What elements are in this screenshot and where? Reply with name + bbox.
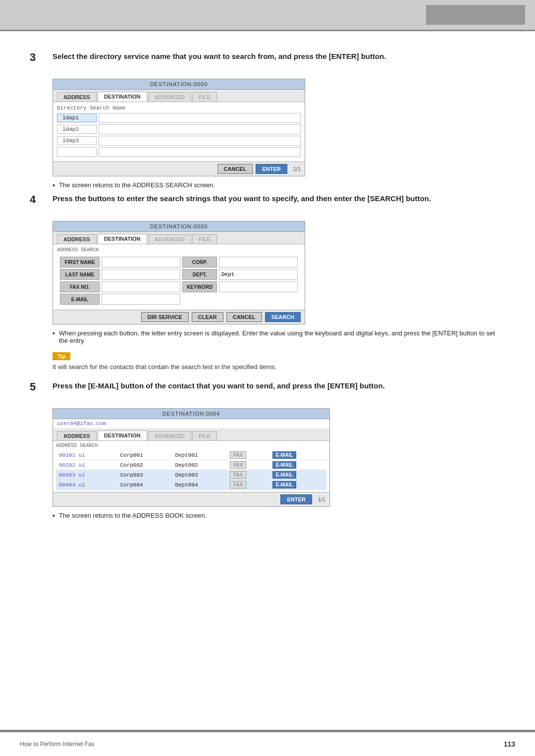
step3: 3 Select the directory service name that… — [30, 51, 505, 64]
step3-dir-row-3: ldap3 — [57, 136, 301, 146]
tab-address-s3[interactable]: ADDRESS — [57, 92, 97, 102]
email-right-empty — [182, 294, 217, 305]
result-fax-1[interactable]: FAX — [230, 451, 246, 459]
clear-button[interactable]: CLEAR — [192, 312, 223, 322]
step5-panel-title: DESTINATION:0004 — [53, 409, 329, 419]
first-name-input[interactable] — [102, 257, 180, 268]
email-right-input-empty — [219, 294, 298, 305]
email-button[interactable]: E-MAIL — [60, 294, 100, 305]
corp-button[interactable]: CORP. — [182, 257, 217, 268]
table-row: 00404 ui Corp004 Dept004 FAX E-MAIL — [56, 480, 326, 490]
tab-destination-s5[interactable]: DESTINATION — [98, 431, 147, 440]
step5-panel-body: ADDRESS SEARCH 00101 ui Corp001 Dept001 … — [53, 441, 329, 492]
email-input[interactable] — [102, 294, 180, 305]
tab-address-s5[interactable]: ADDRESS — [57, 431, 97, 440]
step3-dir-row-4 — [57, 147, 301, 157]
step5-panel-tabs: ADDRESS DESTINATION ADVANCED FILE — [53, 429, 329, 441]
step4-number: 4 — [30, 193, 45, 206]
tip-text: It will search for the contacts that con… — [53, 363, 505, 371]
step3-dir-search-label: Directory Search Name — [57, 105, 301, 111]
search-button[interactable]: SEARCH — [265, 312, 301, 322]
result-id-3: 00303 ui — [56, 470, 117, 480]
step3-number: 3 — [30, 51, 45, 64]
step3-ldap2[interactable]: ldap2 — [57, 125, 97, 134]
step3-row4-value — [99, 147, 301, 157]
result-fax-4[interactable]: FAX — [230, 481, 246, 488]
result-email-4[interactable]: E-MAIL — [272, 481, 296, 488]
result-corp-4: Corp004 — [117, 480, 172, 490]
step3-ldap1[interactable]: ldap1 — [57, 113, 97, 122]
dir-service-button[interactable]: DIR SERVICE — [141, 312, 189, 322]
tab-file-s4[interactable]: FILE — [192, 234, 217, 244]
step3-ldap2-value — [99, 124, 301, 134]
tab-address-s4[interactable]: ADDRESS — [57, 234, 97, 244]
step4-panel-footer: DIR SERVICE CLEAR CANCEL SEARCH — [53, 310, 305, 324]
result-fax-2[interactable]: FAX — [230, 461, 246, 469]
step3-panel-body: Directory Search Name ldap1 ldap2 ldap3 — [53, 102, 305, 162]
tab-file-s5[interactable]: FILE — [192, 431, 217, 440]
step4-search-grid: FIRST NAME CORP. LAST NAME DEPT. FAX NO.… — [57, 255, 301, 307]
footer-page-number: 113 — [504, 740, 515, 748]
tip-label: Tip — [53, 352, 70, 360]
result-dept-4: Dept004 — [172, 480, 227, 490]
step4: 4 Press the buttons to enter the search … — [30, 193, 505, 206]
top-bar-graphic — [426, 5, 525, 25]
step4-panel-title: DESTINATION:0000 — [53, 221, 305, 232]
dept-input[interactable] — [219, 269, 298, 280]
result-id-4: 00404 ui — [56, 480, 117, 490]
keyword-button[interactable]: KEYWORD — [182, 281, 217, 292]
tab-file-s3[interactable]: FILE — [192, 92, 217, 102]
tab-advanced-s4[interactable]: ADVANCED — [148, 234, 192, 244]
last-name-input[interactable] — [102, 269, 180, 280]
step3-ldap3[interactable]: ldap3 — [57, 136, 97, 145]
result-dept-3: Dept003 — [172, 470, 227, 480]
result-corp-2: Corp002 — [117, 460, 172, 470]
table-row: 00303 ui Corp003 Dept003 FAX E-MAIL — [56, 470, 326, 480]
result-id-2: 00202 ui — [56, 460, 117, 470]
footer-left-text: How to Perform Internet Fax — [20, 741, 95, 748]
step3-enter-button[interactable]: ENTER — [256, 164, 287, 174]
first-name-button[interactable]: FIRST NAME — [60, 257, 100, 268]
result-id-1: 00101 ui — [56, 450, 117, 460]
step5-number: 5 — [30, 380, 45, 393]
step5-panel-footer: ENTER 1/1 — [53, 492, 329, 506]
tab-advanced-s5[interactable]: ADVANCED — [148, 431, 192, 440]
step4-note: When pressing each button, the letter en… — [53, 329, 505, 344]
step4-panel-body: ADDRESS SEARCH FIRST NAME CORP. LAST NAM… — [53, 244, 305, 310]
step3-cancel-button[interactable]: CANCEL — [217, 164, 253, 174]
step5-text: Press the [E-MAIL] button of the contact… — [53, 380, 385, 393]
keyword-input[interactable] — [219, 281, 298, 292]
result-corp-1: Corp001 — [117, 450, 172, 460]
step5-note: The screen returns to the ADDRESS BOOK s… — [53, 512, 505, 520]
step3-panel: DESTINATION:0000 ADDRESS DESTINATION ADV… — [53, 79, 305, 176]
faxno-button[interactable]: FAX NO. — [60, 281, 100, 292]
table-row: 00101 ui Corp001 Dept001 FAX E-MAIL — [56, 450, 326, 460]
step3-text: Select the directory service name that y… — [53, 51, 386, 64]
faxno-input[interactable] — [102, 281, 180, 292]
result-email-3[interactable]: E-MAIL — [272, 471, 296, 479]
top-bar — [0, 0, 535, 30]
result-corp-3: Corp003 — [117, 470, 172, 480]
corp-input[interactable] — [219, 257, 298, 268]
tab-destination-s4[interactable]: DESTINATION — [98, 234, 147, 244]
tab-advanced-s3[interactable]: ADVANCED — [148, 92, 192, 102]
table-row: 00202 ui Corp002 Dept002 FAX E-MAIL — [56, 460, 326, 470]
step3-ldap3-value — [99, 136, 301, 146]
step5-panel: DESTINATION:0004 user04@ifax.com ADDRESS… — [53, 408, 330, 507]
step3-dir-row-2: ldap2 — [57, 124, 301, 134]
result-email-2[interactable]: E-MAIL — [272, 461, 296, 469]
last-name-button[interactable]: LAST NAME — [60, 269, 100, 280]
result-email-1[interactable]: E-MAIL — [272, 451, 296, 459]
dept-button[interactable]: DEPT. — [182, 269, 217, 280]
step4-panel-tabs: ADDRESS DESTINATION ADVANCED FILE — [53, 232, 305, 244]
tab-destination-s3[interactable]: DESTINATION — [98, 92, 147, 102]
step4-cancel-button[interactable]: CANCEL — [226, 312, 262, 322]
step5: 5 Press the [E-MAIL] button of the conta… — [30, 380, 505, 393]
step5-enter-button[interactable]: ENTER — [280, 494, 312, 504]
step3-panel-footer: CANCEL ENTER 1/1 — [53, 162, 305, 176]
result-dept-1: Dept001 — [172, 450, 227, 460]
result-fax-3[interactable]: FAX — [230, 471, 246, 479]
step5-page-indicator: 1/1 — [318, 496, 325, 502]
step3-ldap1-value — [99, 113, 301, 123]
footer-bar: How to Perform Internet Fax 113 — [0, 731, 535, 756]
